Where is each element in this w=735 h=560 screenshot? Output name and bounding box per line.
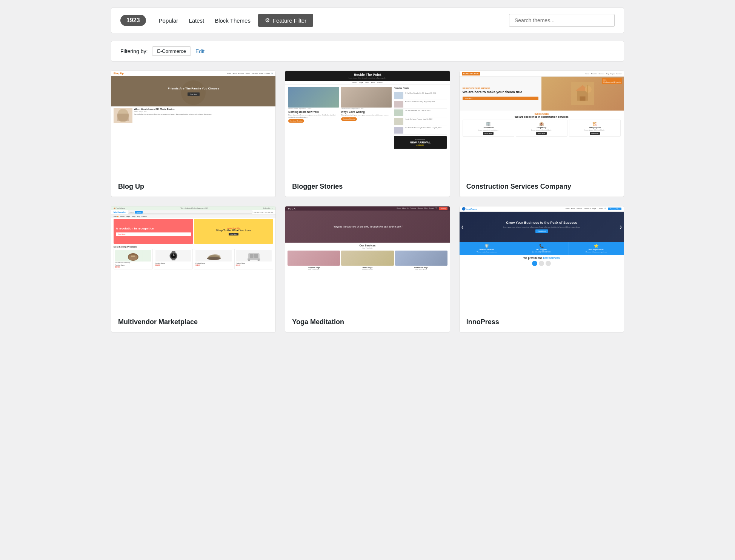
svg-rect-25 bbox=[250, 254, 254, 258]
mv-products-title: Best Selling Products bbox=[111, 245, 275, 249]
theme-preview-blog-up: Blog Up Home About Business Health Life … bbox=[111, 71, 275, 177]
blogger-article-2: Lauren Brown, September 7, 2022 Why I Lo… bbox=[341, 87, 392, 149]
theme-preview-blogger-stories: Beside The Point Lorem ipsum dolor sit a… bbox=[285, 71, 449, 177]
construction-service-multipurpose: 🏗️ Multipurpose Lorem ipsum dolor incidi… bbox=[569, 120, 621, 137]
theme-count-badge: 1923 bbox=[120, 15, 146, 26]
inno-nav: 🔵 InnoPress Home About Services Portfoli… bbox=[460, 206, 624, 212]
blogup-hero: Friends Are The Family You Choose Read M… bbox=[111, 76, 275, 106]
construction-services: OUR SERVICES We are excellence in constr… bbox=[460, 111, 624, 139]
theme-info-construction: Construction Services Company bbox=[460, 177, 624, 197]
filter-bar: Filtering by: E-Commerce Edit bbox=[111, 41, 624, 62]
theme-preview-yoga: YOGA Home About Us Features Classes Blog… bbox=[285, 206, 449, 312]
theme-name-blogger-stories: Blogger Stories bbox=[292, 183, 443, 191]
theme-info-blog-up: Blog Up bbox=[111, 177, 275, 197]
blogger-header: Beside The Point Lorem ipsum dolor sit a… bbox=[285, 71, 449, 81]
theme-info-innopress: InnoPress bbox=[460, 312, 624, 332]
svg-point-7 bbox=[585, 86, 592, 93]
svg-rect-27 bbox=[248, 258, 260, 260]
theme-name-innopress: InnoPress bbox=[466, 318, 617, 326]
theme-name-construction: Construction Services Company bbox=[466, 183, 617, 191]
mv-nav: Multivendor Search Search Call Us: 1-(56… bbox=[111, 210, 275, 215]
feature-filter-button[interactable]: ⚙ Feature Filter bbox=[258, 14, 313, 27]
theme-card-yoga[interactable]: YOGA Home About Us Features Classes Blog… bbox=[285, 206, 450, 332]
yoga-services: Our Services Find Your Style Vinyasa Yog… bbox=[285, 243, 449, 272]
blogger-article-1: Lauren Brown, September 3, 2022 Nothing … bbox=[288, 87, 339, 149]
theme-info-blogger-stories: Blogger Stories bbox=[285, 177, 449, 197]
blogger-content: Lauren Brown, September 3, 2022 Nothing … bbox=[285, 85, 449, 151]
theme-grid: Blog Up Home About Business Health Life … bbox=[111, 71, 624, 332]
theme-name-multivendor: Multivendor Marketplace bbox=[118, 318, 269, 326]
mv-subnav: Deal 🔥 Home Pages Shop Blog Contact bbox=[111, 215, 275, 218]
filter-tag-ecommerce: E-Commerce bbox=[152, 46, 191, 56]
inno-feature-support: 📞 24/7 Support (54 124-500) / 123-647 90… bbox=[514, 242, 569, 255]
filtering-by-label: Filtering by: bbox=[120, 48, 148, 54]
svg-rect-12 bbox=[131, 255, 135, 257]
svg-rect-29 bbox=[258, 260, 260, 261]
theme-preview-construction: CONSTRUCTION Home About Us Services Blog… bbox=[460, 71, 624, 177]
construction-nav: CONSTRUCTION Home About Us Services Blog… bbox=[460, 71, 624, 77]
blogger-nav: Home Blog ▾ Shop About Contact bbox=[285, 81, 449, 85]
mv-product-3: Product Name $31.00 bbox=[194, 249, 233, 269]
blogup-nav: Blog Up Home About Business Health Life … bbox=[111, 71, 275, 76]
theme-card-multivendor[interactable]: 🚚 Free Delivery We're Dedicated To Our C… bbox=[111, 206, 276, 332]
yoga-service-vinyasa: Vinyasa Yoga With Elise Potter bbox=[288, 251, 340, 271]
mv-product-4: Product Name $33.00 bbox=[234, 249, 274, 269]
mv-topbar: 🚚 Free Delivery We're Dedicated To Our C… bbox=[111, 206, 275, 210]
theme-name-yoga: Yoga Meditation bbox=[292, 318, 443, 326]
inno-service-buttons bbox=[460, 260, 624, 267]
inno-feature-experienced: ⭐ Well Experienced 25 years of business … bbox=[569, 242, 624, 255]
svg-rect-17 bbox=[171, 251, 175, 253]
construction-hero: WE PROVIDE BEST SERVICES We are here to … bbox=[460, 77, 624, 111]
theme-info-yoga: Yoga Meditation bbox=[285, 312, 449, 332]
theme-preview-innopress: 🔵 InnoPress Home About Services Portfoli… bbox=[460, 206, 624, 312]
mv-product-1: Get Great Deals on Handbags Product Name… bbox=[114, 249, 153, 269]
blogup-post: When Words Leave Off, Music Begins News … bbox=[111, 106, 275, 125]
theme-info-multivendor: Multivendor Marketplace bbox=[111, 312, 275, 332]
mv-product-2: Product Name $35.00 bbox=[154, 249, 193, 269]
inno-arrow-right: ❯ bbox=[620, 225, 622, 229]
yoga-service-meditation: Meditation Yoga With Jessi Moore bbox=[395, 251, 447, 271]
inno-arrow-left: ❮ bbox=[461, 225, 464, 229]
yoga-service-basic: Basic Yoga With Elise Potter bbox=[341, 251, 394, 271]
inno-features: 🛡️ Trusted Services We are trusted our c… bbox=[460, 242, 624, 255]
svg-rect-26 bbox=[254, 254, 258, 258]
search-input[interactable] bbox=[509, 14, 615, 27]
svg-rect-8 bbox=[587, 85, 588, 94]
yoga-hero: "Yoga is the journey of the self, throug… bbox=[285, 211, 449, 243]
inno-feature-trusted: 🛡️ Trusted Services We are trusted our c… bbox=[460, 242, 514, 255]
theme-card-blogger-stories[interactable]: Beside The Point Lorem ipsum dolor sit a… bbox=[285, 71, 450, 197]
blogger-sidebar: Popular Posts If I Had One Story Left to… bbox=[394, 87, 447, 149]
gear-icon: ⚙ bbox=[265, 17, 270, 24]
svg-point-22 bbox=[207, 257, 221, 260]
toolbar: 1923 Popular Latest Block Themes ⚙ Featu… bbox=[111, 8, 624, 33]
theme-name-blog-up: Blog Up bbox=[118, 183, 269, 191]
inno-services-label: We provide the best services bbox=[460, 255, 624, 260]
inno-hero: ❮ Grow Your Business to the Peak of Succ… bbox=[460, 212, 624, 242]
theme-card-blog-up[interactable]: Blog Up Home About Business Health Life … bbox=[111, 71, 276, 197]
mv-products-grid: Get Great Deals on Handbags Product Name… bbox=[111, 249, 275, 271]
svg-rect-18 bbox=[171, 258, 175, 260]
yoga-nav: YOGA Home About Us Features Classes Blog… bbox=[285, 206, 449, 211]
theme-card-innopress[interactable]: 🔵 InnoPress Home About Services Portfoli… bbox=[459, 206, 624, 332]
mv-hero: A revolution in recognition Read More Li… bbox=[111, 218, 275, 245]
nav-popular[interactable]: Popular bbox=[154, 15, 184, 26]
theme-preview-multivendor: 🚚 Free Delivery We're Dedicated To Our C… bbox=[111, 206, 275, 312]
theme-card-construction[interactable]: CONSTRUCTION Home About Us Services Blog… bbox=[459, 71, 624, 197]
svg-rect-6 bbox=[580, 97, 586, 101]
svg-rect-28 bbox=[248, 260, 250, 261]
construction-service-commercial: 🏢 Commercial Lorem ipsum dolor incididun… bbox=[463, 120, 514, 137]
nav-latest[interactable]: Latest bbox=[183, 15, 209, 26]
construction-service-hospitality: 🏨 Hospitality Lorem ipsum dolor incididu… bbox=[516, 120, 567, 137]
nav-block-themes[interactable]: Block Themes bbox=[209, 15, 256, 26]
blogger-advertisement: Advertisement NEW ARRIVAL ARRIVAL bbox=[394, 136, 447, 149]
edit-filter-link[interactable]: Edit bbox=[195, 48, 205, 54]
svg-rect-2 bbox=[117, 114, 129, 121]
